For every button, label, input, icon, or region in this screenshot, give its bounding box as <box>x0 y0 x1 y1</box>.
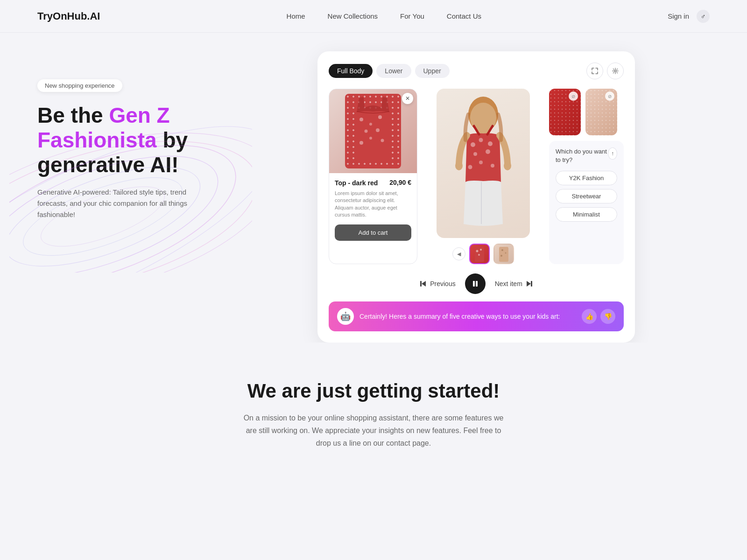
ai-message: Certainly! Heres a summary of five creat… <box>359 313 576 320</box>
svg-point-8 <box>614 70 616 72</box>
svg-marker-44 <box>527 281 531 287</box>
signin-link[interactable]: Sign in <box>668 12 689 20</box>
chat-question: Which do you want to try? <box>556 147 608 164</box>
hero-title: Be the Gen Z Fashionista by generative A… <box>37 103 215 177</box>
svg-point-37 <box>505 252 507 254</box>
bottom-section: We are just getting started! On a missio… <box>0 343 747 478</box>
hero-left: New shopping experience Be the Gen Z Fas… <box>37 51 215 235</box>
filter-upper[interactable]: Upper <box>415 64 450 78</box>
svg-point-14 <box>376 128 380 132</box>
nav-links: Home New Collections For You Contact Us <box>287 12 481 20</box>
svg-point-32 <box>476 250 479 252</box>
hero-description: Generative AI-powered: Tailored style ti… <box>37 187 215 220</box>
product-img-inner <box>345 94 401 168</box>
svg-point-38 <box>500 255 502 257</box>
svg-point-11 <box>369 123 372 126</box>
svg-point-23 <box>488 141 493 146</box>
ai-chat-bar: 🤖 Certainly! Heres a summary of five cre… <box>329 301 624 331</box>
thumb-beige-inner <box>494 245 513 263</box>
style-minimalist[interactable]: Minimalist <box>556 207 617 222</box>
model-svg <box>437 89 530 238</box>
next-icon <box>525 280 533 287</box>
nav-new-collections[interactable]: New Collections <box>328 12 378 20</box>
style-tags: Y2K Fashion Streetwear Minimalist <box>556 171 617 222</box>
previous-icon <box>420 280 427 287</box>
thumb-overlay-2: ⊘ <box>605 91 614 101</box>
next-item-button[interactable]: Next item <box>495 280 533 287</box>
svg-rect-35 <box>499 247 508 262</box>
item-thumb-1[interactable]: ⊘ <box>549 89 581 135</box>
nav-contact-us[interactable]: Contact Us <box>447 12 481 20</box>
close-button[interactable]: ✕ <box>402 93 413 104</box>
previous-button[interactable]: Previous <box>420 280 455 287</box>
chat-panel: Which do you want to try? ↑ Y2K Fashion … <box>549 141 624 264</box>
nav-for-you[interactable]: For You <box>400 12 424 20</box>
item-thumbnails: ⊘ ⊘ <box>549 89 624 135</box>
style-streetwear[interactable]: Streetwear <box>556 189 617 203</box>
product-price: 20,90 € <box>389 179 411 186</box>
play-pause-button[interactable] <box>465 273 486 294</box>
card-content: ✕ Top - dark red 20,90 € Lorem ipsum dol… <box>329 89 624 264</box>
svg-point-34 <box>478 254 480 256</box>
logo[interactable]: TryOnHub.AI <box>37 10 100 22</box>
filter-full-body[interactable]: Full Body <box>329 64 373 78</box>
chat-up-button[interactable]: ↑ <box>608 147 617 160</box>
thumbs-down-button[interactable]: 👎 <box>600 309 615 324</box>
product-image: ✕ <box>329 89 417 173</box>
previous-label: Previous <box>430 280 455 287</box>
next-item-label: Next item <box>495 280 522 287</box>
svg-point-15 <box>369 137 372 140</box>
navbar: TryOnHub.AI Home New Collections For You… <box>0 0 747 33</box>
product-description: Lorem ipsum dolor sit amet, consectetur … <box>335 190 411 219</box>
product-name: Top - dark red <box>335 179 378 187</box>
svg-point-13 <box>365 130 368 133</box>
thumbs-up-button[interactable]: 👍 <box>582 309 597 324</box>
svg-point-10 <box>359 118 363 121</box>
nav-home[interactable]: Home <box>287 12 305 20</box>
badge: New shopping experience <box>37 79 122 92</box>
pause-icon <box>472 280 479 287</box>
settings-icon[interactable] <box>607 63 624 79</box>
thumb-prev-btn[interactable]: ◀ <box>452 247 465 260</box>
filter-lower[interactable]: Lower <box>376 64 411 78</box>
filter-icons <box>586 63 624 79</box>
svg-point-27 <box>468 165 472 169</box>
thumbnail-red[interactable] <box>469 244 490 264</box>
svg-point-21 <box>471 142 475 147</box>
expand-icon[interactable] <box>586 63 603 79</box>
hero-right: Full Body Lower Upper <box>243 51 710 343</box>
feedback-buttons: 👍 👎 <box>582 309 615 324</box>
svg-point-16 <box>359 141 363 145</box>
top-svg <box>345 94 401 168</box>
svg-point-36 <box>501 249 503 251</box>
svg-point-28 <box>491 164 494 168</box>
svg-point-25 <box>486 149 490 154</box>
ai-avatar: 🤖 <box>337 308 354 325</box>
user-icon[interactable]: ♂ <box>697 10 710 23</box>
svg-point-29 <box>455 161 463 170</box>
bottom-description: On a mission to be your online shopping … <box>243 412 504 450</box>
main-card: Full Body Lower Upper <box>317 51 635 343</box>
svg-point-26 <box>479 161 483 164</box>
thumbnail-beige[interactable] <box>493 244 514 264</box>
model-area: ◀ <box>425 89 542 264</box>
right-panel: ⊘ ⊘ Which do you want to try? ↑ <box>549 89 624 264</box>
svg-point-33 <box>480 249 482 251</box>
svg-rect-42 <box>476 281 478 287</box>
svg-point-12 <box>378 115 382 119</box>
svg-point-24 <box>473 152 477 156</box>
thumbnail-row: ◀ <box>452 244 514 264</box>
style-y2k[interactable]: Y2K Fashion <box>556 171 617 185</box>
add-to-cart-button[interactable]: Add to cart <box>335 224 411 241</box>
thumb-beige-svg <box>497 245 511 263</box>
playback-controls: Previous Next item <box>329 273 624 294</box>
hero-section: New shopping experience Be the Gen Z Fas… <box>0 33 747 343</box>
nav-right: Sign in ♂ <box>668 10 710 23</box>
svg-rect-43 <box>531 281 532 287</box>
svg-point-30 <box>504 161 511 170</box>
item-thumb-2[interactable]: ⊘ <box>585 89 617 135</box>
product-info: Top - dark red 20,90 € Lorem ipsum dolor… <box>329 173 417 246</box>
svg-point-22 <box>479 138 483 142</box>
model-image <box>437 89 530 238</box>
bottom-title: We are just getting started! <box>37 380 710 402</box>
